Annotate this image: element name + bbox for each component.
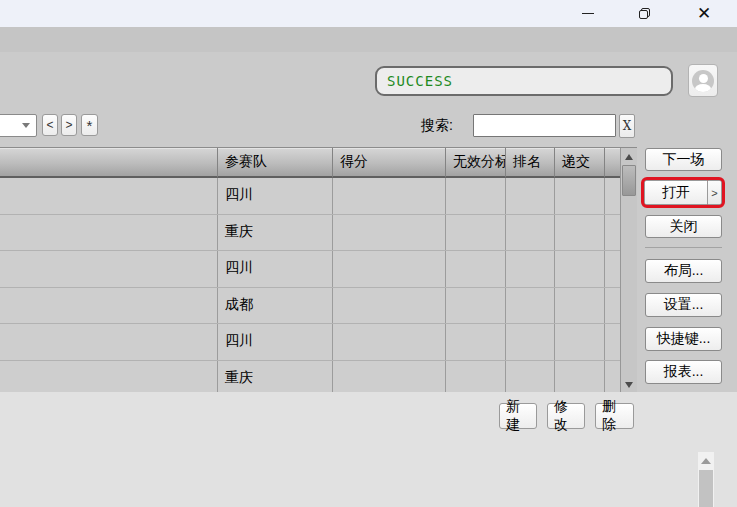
- all-button[interactable]: *: [81, 114, 98, 136]
- column-header-score[interactable]: 得分: [333, 148, 446, 178]
- status-text: SUCCESS: [387, 73, 453, 89]
- scroll-up-button[interactable]: [621, 149, 637, 164]
- cell-rank: [506, 178, 555, 214]
- cell-team: 四川: [218, 251, 333, 287]
- triangle-down-icon: [625, 382, 633, 388]
- cell-filler: [605, 288, 620, 324]
- scroll-down-button[interactable]: [621, 377, 637, 392]
- cell-score: [333, 288, 446, 324]
- cell-filler: [605, 324, 620, 360]
- table-row[interactable]: 重庆: [0, 361, 620, 392]
- cell-invalid: [446, 324, 506, 360]
- column-header-invalid[interactable]: 无效分标记: [446, 148, 506, 178]
- next-match-button[interactable]: 下一场: [645, 148, 722, 171]
- close-icon: ✕: [697, 3, 711, 24]
- reports-button[interactable]: 报表...: [645, 360, 722, 384]
- cell-blank: [0, 288, 218, 324]
- open-label: 打开: [662, 184, 690, 202]
- all-label: *: [87, 117, 93, 134]
- cell-submit: [555, 324, 605, 360]
- cell-score: [333, 361, 446, 392]
- cell-rank: [506, 288, 555, 324]
- close-match-button[interactable]: 关闭: [645, 215, 722, 238]
- cell-invalid: [446, 178, 506, 214]
- cell-invalid: [446, 288, 506, 324]
- cell-filler: [605, 251, 620, 287]
- cell-submit: [555, 215, 605, 251]
- cell-score: [333, 251, 446, 287]
- table-scrollbar[interactable]: [620, 148, 637, 392]
- cell-team: 重庆: [218, 215, 333, 251]
- open-dropdown-button[interactable]: >: [707, 180, 722, 205]
- cell-invalid: [446, 215, 506, 251]
- cell-score: [333, 178, 446, 214]
- triangle-up-icon: [701, 458, 711, 464]
- cell-blank: [0, 178, 218, 214]
- prev-label: <: [46, 118, 53, 132]
- triangle-up-icon: [625, 154, 633, 160]
- edit-label: 修改: [554, 398, 578, 434]
- cell-score: [333, 324, 446, 360]
- search-input[interactable]: [473, 114, 616, 137]
- page-scroll-up-button[interactable]: [698, 458, 714, 464]
- table-header: 参赛队 得分 无效分标记 排名 递交: [0, 148, 637, 178]
- delete-button[interactable]: 删除: [595, 403, 634, 429]
- cell-submit: [555, 178, 605, 214]
- cell-submit: [555, 288, 605, 324]
- settings-label: 设置...: [664, 296, 704, 314]
- new-label: 新建: [506, 398, 530, 434]
- hotkeys-button[interactable]: 快捷键...: [645, 327, 722, 351]
- close-button[interactable]: ✕: [684, 0, 724, 27]
- chevron-down-icon: [22, 123, 30, 128]
- divider: [645, 247, 722, 248]
- menu-band: [0, 27, 737, 52]
- chevron-right-icon: >: [711, 187, 717, 199]
- filter-combobox[interactable]: [0, 114, 37, 137]
- cell-blank: [0, 251, 218, 287]
- search-clear-label: X: [623, 119, 632, 133]
- user-button[interactable]: [688, 64, 718, 97]
- layout-button[interactable]: 布局...: [645, 259, 722, 283]
- column-header-blank[interactable]: [0, 148, 218, 178]
- restore-icon: [639, 8, 650, 19]
- titlebar: ✕: [0, 0, 737, 27]
- search-clear-button[interactable]: X: [619, 114, 635, 138]
- edit-button[interactable]: 修改: [547, 403, 585, 429]
- table-row[interactable]: 四川: [0, 178, 620, 215]
- column-header-team[interactable]: 参赛队: [218, 148, 333, 178]
- status-box: SUCCESS: [375, 66, 673, 96]
- page-scrollbar-thumb[interactable]: [699, 470, 713, 507]
- column-header-filler: [605, 148, 620, 178]
- cell-team: 四川: [218, 178, 333, 214]
- cell-invalid: [446, 251, 506, 287]
- column-header-rank[interactable]: 排名: [506, 148, 555, 178]
- table-row[interactable]: 重庆: [0, 215, 620, 252]
- new-button[interactable]: 新建: [499, 403, 537, 429]
- minimize-button[interactable]: [568, 0, 608, 27]
- page-scrollbar[interactable]: [698, 452, 714, 507]
- table-row[interactable]: 四川: [0, 251, 620, 288]
- layout-label: 布局...: [664, 262, 704, 280]
- minimize-icon: [582, 13, 594, 14]
- next-match-label: 下一场: [663, 151, 705, 169]
- cell-blank: [0, 215, 218, 251]
- cell-team: 四川: [218, 324, 333, 360]
- cell-blank: [0, 361, 218, 392]
- cell-rank: [506, 251, 555, 287]
- cell-team: 成都: [218, 288, 333, 324]
- column-header-submit[interactable]: 递交: [555, 148, 605, 178]
- cell-filler: [605, 178, 620, 214]
- next-button[interactable]: >: [61, 114, 77, 136]
- open-button[interactable]: 打开: [644, 180, 707, 205]
- cell-rank: [506, 324, 555, 360]
- hotkeys-label: 快捷键...: [657, 330, 711, 348]
- scrollbar-thumb[interactable]: [622, 165, 636, 196]
- settings-button[interactable]: 设置...: [645, 293, 722, 317]
- restore-button[interactable]: [624, 0, 664, 27]
- table-row[interactable]: 四川: [0, 324, 620, 361]
- cell-filler: [605, 215, 620, 251]
- user-icon: [692, 70, 714, 92]
- table-row[interactable]: 成都: [0, 288, 620, 325]
- prev-button[interactable]: <: [42, 114, 58, 136]
- cell-blank: [0, 324, 218, 360]
